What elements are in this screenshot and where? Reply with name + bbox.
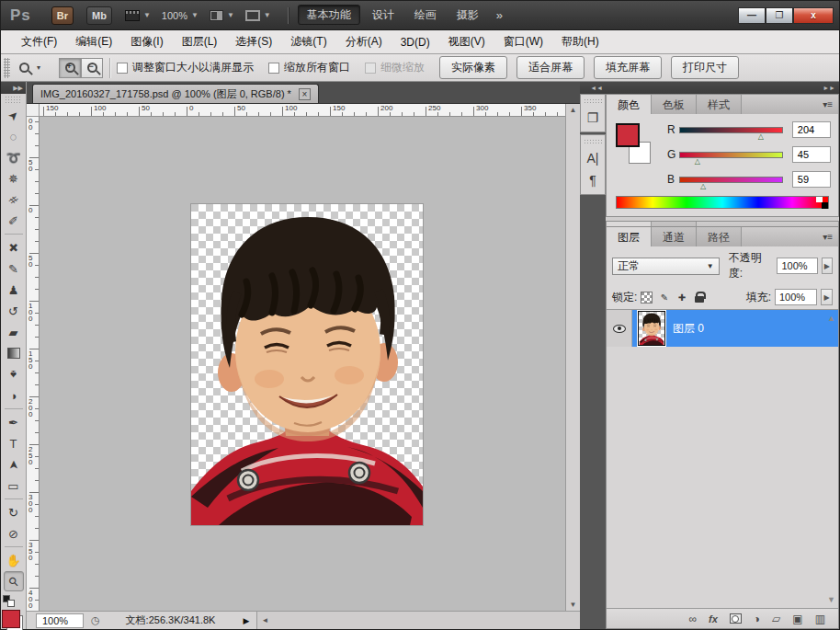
3d-rotate-tool[interactable]: ↻ — [4, 502, 24, 522]
gradient-tool[interactable] — [4, 343, 24, 363]
menu-item[interactable]: 选择(S) — [226, 30, 281, 53]
opacity-field[interactable]: 100% — [777, 258, 817, 274]
status-expand-icon[interactable]: ▶ — [243, 616, 249, 625]
elliptical-marquee-tool[interactable]: ◌ — [4, 126, 24, 146]
fill-field[interactable]: 100% — [775, 289, 817, 305]
panel-strip-grip[interactable] — [584, 139, 602, 144]
rectangle-tool[interactable]: ▭ — [4, 475, 24, 496]
lock-all-icon[interactable] — [695, 296, 704, 303]
color-tab-样式[interactable]: 样式 — [697, 95, 742, 114]
minimize-button[interactable]: — — [738, 7, 766, 24]
channel-value-field[interactable]: 59 — [792, 171, 831, 188]
channel-slider[interactable]: △ — [679, 127, 782, 133]
scroll-down-icon[interactable]: ▼ — [570, 601, 577, 609]
view-extras-icon[interactable] — [125, 10, 140, 21]
document-tab[interactable]: IMG_20160327_171758.psd @ 100% (图层 0, RG… — [32, 84, 319, 103]
brush-tool[interactable]: ✎ — [4, 258, 24, 279]
layer-group-icon[interactable]: ▱ — [772, 613, 780, 625]
option-button[interactable]: 实际像素 — [439, 56, 507, 79]
adjustment-layer-icon[interactable]: ◑ — [754, 613, 760, 625]
status-zoom-field[interactable]: 100% — [36, 613, 84, 628]
clone-stamp-tool[interactable]: ♟ — [4, 280, 24, 300]
new-layer-icon[interactable]: ▣ — [792, 613, 802, 625]
lock-pixels-icon[interactable]: ✎ — [658, 292, 670, 304]
channel-slider[interactable]: △ — [679, 177, 782, 183]
color-spectrum-ramp[interactable] — [616, 196, 829, 209]
opacity-slider-icon[interactable]: ▶ — [822, 258, 833, 274]
menu-item[interactable]: 编辑(E) — [66, 30, 121, 53]
layers-tab-通道[interactable]: 通道 — [652, 227, 697, 246]
path-selection-tool[interactable]: ➤ — [4, 454, 24, 475]
panel-strip-header[interactable]: ◄◄ — [580, 82, 606, 94]
screen-mode-icon[interactable] — [245, 10, 260, 21]
layers-tab-路径[interactable]: 路径 — [697, 227, 742, 246]
panel-menu-icon[interactable]: ▾≡ — [823, 99, 838, 109]
character-panel-icon[interactable]: A| — [581, 147, 605, 169]
color-tab-颜色[interactable]: 颜色 — [607, 95, 652, 114]
eyedropper-tool[interactable]: ✐ — [4, 211, 24, 231]
bridge-button[interactable]: Br — [51, 6, 74, 25]
layer-thumbnail[interactable] — [638, 311, 665, 346]
menu-item[interactable]: 滤镜(T) — [281, 30, 335, 53]
layer-style-icon[interactable]: fx — [709, 613, 718, 624]
tools-panel-header[interactable]: ▶▶ — [1, 82, 26, 94]
layer-comps-panel-icon[interactable]: ❐ — [581, 107, 605, 129]
layer-row[interactable]: 图层 0 — [607, 310, 838, 347]
zoom-tool-preset[interactable]: ▾ — [16, 63, 59, 73]
option-checkbox[interactable]: 缩放所有窗口 — [268, 60, 350, 75]
options-bar-grip[interactable] — [4, 58, 10, 78]
view-extras-caret-icon[interactable]: ▼ — [143, 11, 151, 19]
close-button[interactable]: x — [793, 7, 834, 24]
layer-name[interactable]: 图层 0 — [673, 321, 704, 337]
menu-item[interactable]: 分析(A) — [336, 30, 392, 53]
channel-value-field[interactable]: 204 — [792, 121, 831, 138]
history-brush-tool[interactable]: ↺ — [4, 301, 24, 321]
workspace-overflow-button[interactable]: » — [496, 8, 503, 22]
default-colors-icon[interactable] — [3, 595, 17, 608]
horizontal-scrollbar[interactable]: ◄ — [256, 612, 580, 629]
arrange-documents-icon[interactable] — [210, 10, 223, 21]
eraser-tool[interactable]: ▰ — [4, 322, 24, 342]
restore-button[interactable]: ❐ — [766, 7, 793, 24]
3d-orbit-tool[interactable]: ⊘ — [4, 523, 24, 544]
menu-item[interactable]: 窗口(W) — [494, 30, 552, 53]
option-button[interactable]: 打印尺寸 — [671, 56, 739, 79]
lock-transparency-icon[interactable] — [641, 292, 653, 304]
canvas-pasteboard[interactable] — [40, 117, 565, 611]
scroll-down-icon[interactable]: ▼ — [827, 595, 835, 604]
zoom-level-caret-icon[interactable]: ▼ — [191, 11, 199, 19]
option-checkbox[interactable]: 细微缩放 — [365, 60, 425, 75]
scroll-left-icon[interactable]: ◄ — [261, 616, 268, 624]
link-layers-icon[interactable]: ∞ — [688, 613, 697, 625]
panel-menu-icon[interactable]: ▾≡ — [823, 232, 838, 242]
option-button[interactable]: 适合屏幕 — [516, 56, 585, 79]
blur-tool[interactable]: ♠ — [4, 364, 24, 384]
crop-tool[interactable]: # — [4, 189, 24, 210]
zoom-out-button[interactable]: − — [81, 58, 103, 78]
dodge-tool[interactable]: ◑ — [4, 385, 24, 406]
foreground-color-swatch[interactable] — [2, 610, 20, 628]
spot-healing-brush-tool[interactable]: ✚ — [4, 237, 24, 258]
workspace-绘画[interactable]: 绘画 — [406, 6, 445, 24]
tool-preset-caret-icon[interactable]: ▾ — [37, 63, 40, 72]
type-tool[interactable]: T — [4, 433, 24, 453]
menu-item[interactable]: 帮助(H) — [552, 30, 608, 53]
screen-mode-caret-icon[interactable]: ▼ — [264, 11, 271, 19]
menu-item[interactable]: 视图(V) — [439, 30, 494, 53]
scroll-up-icon[interactable]: ▲ — [827, 314, 835, 323]
tools-panel-grip[interactable] — [5, 96, 22, 103]
menu-item[interactable]: 3D(D) — [392, 32, 439, 52]
workspace-摄影[interactable]: 摄影 — [448, 6, 487, 24]
checkbox-icon[interactable] — [365, 63, 376, 74]
dock-header[interactable]: ►► — [606, 82, 839, 94]
arrange-documents-caret-icon[interactable]: ▼ — [227, 11, 234, 19]
option-checkbox[interactable]: 调整窗口大小以满屏显示 — [117, 60, 254, 75]
lock-position-icon[interactable]: ✚ — [675, 292, 687, 304]
magic-wand-tool[interactable]: ✵ — [4, 168, 24, 189]
workspace-设计[interactable]: 设计 — [364, 6, 403, 24]
checkbox-icon[interactable] — [117, 63, 128, 74]
menu-item[interactable]: 图层(L) — [173, 30, 227, 53]
paragraph-panel-icon[interactable]: ¶ — [581, 169, 605, 191]
menu-item[interactable]: 文件(F) — [12, 30, 66, 53]
vertical-scrollbar[interactable]: ▲ ▼ — [565, 104, 580, 611]
